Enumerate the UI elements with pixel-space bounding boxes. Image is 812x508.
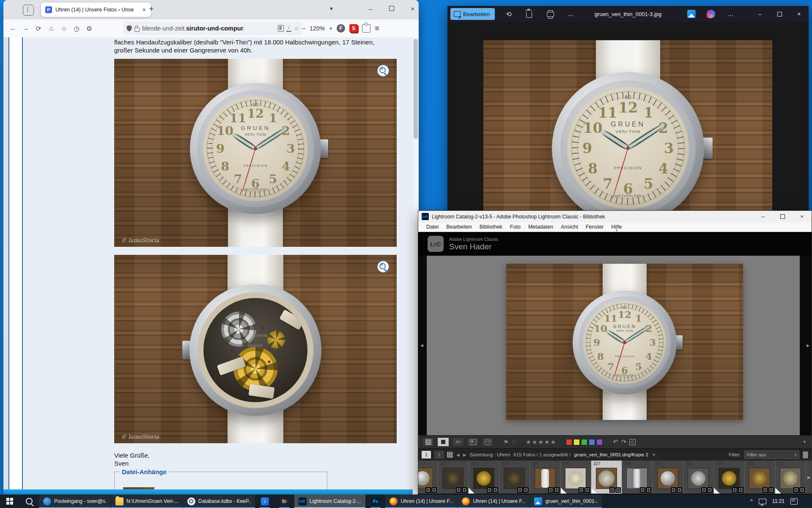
toolbar-options-icon[interactable]: ▼ bbox=[803, 440, 807, 444]
filmstrip-cell-321[interactable]: 321 bbox=[418, 461, 438, 494]
filmstrip-cell-322[interactable]: 322 bbox=[438, 461, 469, 494]
filmstrip-thumbnail[interactable] bbox=[719, 468, 740, 489]
color-label-1[interactable] bbox=[573, 439, 580, 445]
color-label-3[interactable] bbox=[589, 439, 595, 445]
filmstrip-cell-324[interactable]: 324 bbox=[499, 461, 530, 494]
zoom-in-icon[interactable]: + bbox=[329, 25, 332, 32]
maximize-button[interactable] bbox=[773, 211, 792, 222]
filmstrip-cell-333[interactable]: 333 bbox=[775, 461, 806, 494]
save-page-icon[interactable] bbox=[286, 26, 291, 31]
menu-fenster[interactable]: Fenster bbox=[582, 224, 607, 230]
filmstrip-cell-329[interactable]: 329 bbox=[653, 461, 683, 494]
zoom-image-icon[interactable] bbox=[377, 65, 389, 77]
filmstrip-cell-330[interactable]: 330 bbox=[683, 461, 714, 494]
forward-icon[interactable]: → bbox=[19, 22, 32, 35]
loupe-view-button[interactable] bbox=[437, 437, 449, 447]
new-tab-button[interactable]: + bbox=[149, 4, 154, 14]
browser-tab-active[interactable]: P Uhren (14) | Unsere Fotos › Unse × bbox=[41, 3, 151, 17]
filmstrip-current-file[interactable]: gruen_veri_thin_0001.dng/Kopie 2 bbox=[574, 452, 648, 457]
clock[interactable]: 11:21 bbox=[772, 498, 785, 504]
maximize-button[interactable] bbox=[770, 6, 789, 22]
right-panel-collapse-icon[interactable]: ▶ bbox=[807, 343, 809, 348]
taskbar-item-thunderbird[interactable]: Posteingang - sven@s... bbox=[39, 494, 111, 508]
scrollbar-thumb[interactable] bbox=[414, 39, 418, 139]
delete-icon[interactable] bbox=[522, 6, 536, 22]
more-options-icon[interactable]: … bbox=[563, 6, 578, 22]
color-label-0[interactable] bbox=[566, 439, 572, 445]
filmstrip-cell-323[interactable]: 323 bbox=[469, 461, 499, 494]
filmstrip-cell-332[interactable]: 332 bbox=[745, 461, 776, 494]
search-button[interactable] bbox=[19, 494, 39, 508]
start-button[interactable] bbox=[0, 494, 19, 508]
bookmarks-icon[interactable]: ☆ bbox=[58, 22, 70, 35]
left-panel-collapse-icon[interactable]: ◀ bbox=[420, 343, 423, 348]
photos-app-icon[interactable] bbox=[684, 6, 699, 22]
crop-overlay-icon[interactable] bbox=[629, 439, 636, 445]
taskbar-item-bridge[interactable]: Br bbox=[275, 494, 294, 508]
grid-view-button[interactable] bbox=[422, 437, 434, 447]
edit-button[interactable]: Bearbeiten bbox=[450, 8, 495, 20]
tracking-shield-icon[interactable] bbox=[126, 25, 132, 32]
taskbar-item-firefox[interactable]: Uhren (14) | Unsere F... bbox=[458, 494, 529, 508]
rotate-icon[interactable]: ⟲ bbox=[502, 6, 516, 22]
taskbar-item-lightroom[interactable]: LrCLightroom Catalog-2-... bbox=[294, 494, 366, 508]
taskbar-item-photoshop[interactable]: Ps bbox=[366, 494, 385, 508]
firefox-view-icon[interactable] bbox=[23, 5, 34, 16]
home-icon[interactable]: ⌂ bbox=[45, 22, 58, 35]
filmstrip-cell-327[interactable]: 327 bbox=[591, 461, 622, 494]
menu-datei[interactable]: Datei bbox=[422, 224, 442, 230]
filmstrip-collection[interactable]: Sammlung : Uhren bbox=[469, 452, 510, 457]
filmstrip-thumbnail[interactable] bbox=[626, 468, 647, 489]
paint-app-icon[interactable] bbox=[704, 6, 718, 22]
notifications-icon[interactable] bbox=[790, 498, 798, 505]
filmstrip-thumbnail[interactable] bbox=[688, 468, 709, 489]
filmstrip-cell-328[interactable]: 328 bbox=[622, 461, 653, 494]
url-bar[interactable]: blende-und-zeit.sirutor-und-compur. ☆ bbox=[123, 22, 302, 35]
color-label-2[interactable] bbox=[581, 439, 587, 445]
filmstrip-thumbnail[interactable] bbox=[596, 468, 617, 489]
filmstrip-cell-326[interactable]: 326 bbox=[561, 461, 592, 494]
menu-metadaten[interactable]: Metadaten bbox=[524, 224, 557, 230]
close-button[interactable]: × bbox=[792, 211, 812, 222]
pick-flag-icon[interactable]: ⚑ bbox=[504, 439, 509, 445]
zoom-level[interactable]: 120% bbox=[310, 25, 325, 32]
history-icon[interactable]: ◷ bbox=[70, 22, 83, 35]
bookmark-star-icon[interactable]: ☆ bbox=[294, 25, 299, 32]
zoom-image-icon[interactable] bbox=[377, 261, 389, 273]
taskbar-item-music[interactable]: ♪ bbox=[255, 494, 274, 508]
s-extension-icon[interactable]: S bbox=[349, 24, 358, 33]
tray-expand-icon[interactable]: ^ bbox=[750, 498, 753, 504]
minimize-button[interactable]: – bbox=[361, 0, 380, 17]
previous-photo-icon[interactable]: ◀ bbox=[456, 453, 460, 457]
filmstrip-thumbnail[interactable] bbox=[780, 468, 801, 489]
filmstrip-thumbnail[interactable] bbox=[418, 468, 433, 489]
main-window-button[interactable]: 1 bbox=[422, 451, 431, 458]
grid-view-icon[interactable] bbox=[447, 452, 453, 458]
survey-view-button[interactable] bbox=[467, 437, 479, 447]
f-extension-icon[interactable]: F bbox=[337, 24, 345, 33]
second-window-button[interactable]: 2 bbox=[434, 451, 444, 458]
taskbar-item-photos[interactable]: gruen_veri_thin_0001-... bbox=[530, 494, 602, 508]
filmstrip-thumbnail[interactable] bbox=[535, 468, 556, 489]
color-label-swatches[interactable] bbox=[566, 439, 603, 445]
top-panel-collapse-icon[interactable]: ▲ bbox=[615, 228, 618, 232]
minimize-button[interactable]: – bbox=[753, 211, 773, 222]
close-button[interactable]: × bbox=[403, 0, 422, 17]
reject-flag-icon[interactable]: ⚐ bbox=[512, 439, 517, 445]
list-all-tabs-icon[interactable]: ▾ bbox=[330, 5, 333, 12]
filmstrip-thumbnail[interactable] bbox=[565, 468, 586, 489]
close-button[interactable]: × bbox=[789, 6, 809, 22]
filmstrip-scroll-right-icon[interactable]: ▶ bbox=[807, 475, 811, 480]
rating-stars[interactable]: ★★★★★ bbox=[526, 439, 557, 445]
settings-icon[interactable]: ⚙ bbox=[83, 22, 96, 35]
filmstrip-source-icon[interactable]: ▼ bbox=[652, 453, 656, 457]
filter-dropdown[interactable]: Filter aus ▲▼ bbox=[744, 450, 799, 459]
reader-mode-icon[interactable] bbox=[278, 25, 284, 32]
filmstrip-thumbnail[interactable] bbox=[749, 468, 770, 489]
menu-icon[interactable]: ≡ bbox=[375, 24, 379, 33]
more-apps-icon[interactable]: … bbox=[723, 6, 738, 22]
compare-view-button[interactable]: XY bbox=[452, 437, 464, 447]
rotate-left-icon[interactable]: ↶ bbox=[613, 438, 618, 446]
loupe-photo[interactable]: 12123456789101160GRUENVERI-THINPRECISION… bbox=[506, 264, 743, 420]
taskbar-item-keepass[interactable]: Database.kdbx - KeeP... bbox=[183, 494, 255, 508]
